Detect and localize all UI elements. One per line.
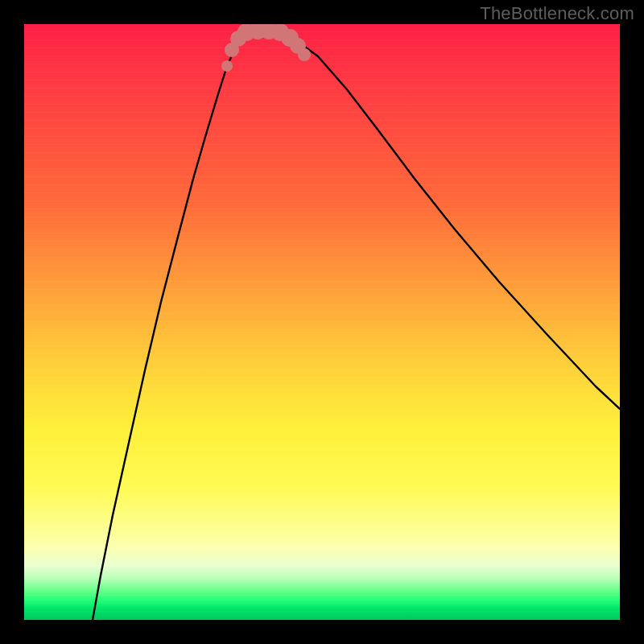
chart-frame — [24, 24, 620, 620]
heat-gradient-background — [24, 24, 620, 620]
watermark-text: TheBottleneck.com — [480, 3, 634, 24]
